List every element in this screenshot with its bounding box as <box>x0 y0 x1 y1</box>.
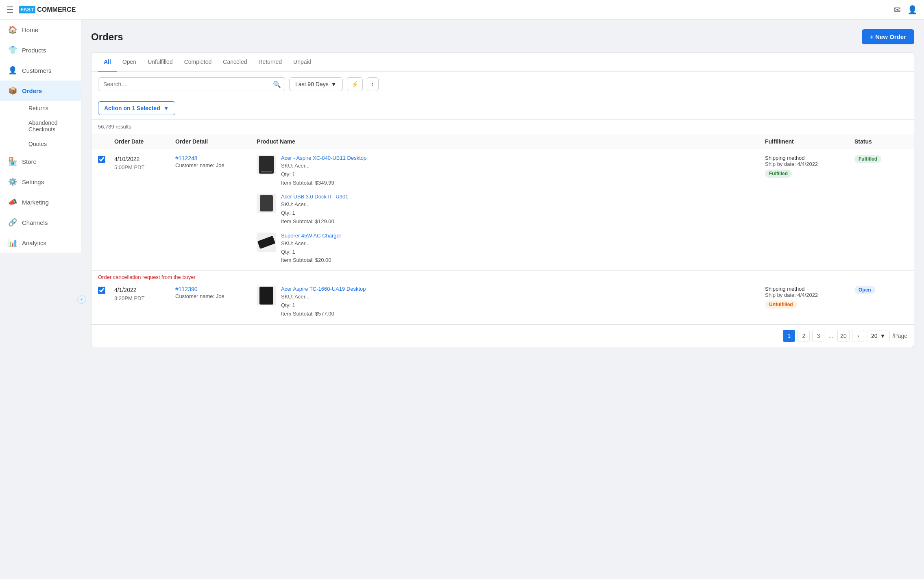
sidebar-item-customers[interactable]: 👤 Customers <box>0 60 81 81</box>
order2-customer: Customer name: Joe <box>175 293 257 299</box>
logo: FAST COMMERCE <box>19 6 76 13</box>
order-row-main-1: 4/10/2022 5:00PM PDT #112248 Customer na… <box>92 149 914 270</box>
user-icon[interactable]: 👤 <box>907 5 917 15</box>
sidebar-item-settings[interactable]: ⚙️ Settings <box>0 172 81 192</box>
order1-product1-meta: SKU: Acer...Qty: 1Item Subtotal: $349.99 <box>281 162 366 187</box>
layout: 🏠 Home 👕 Products 👤 Customers 📦 Orders R… <box>0 20 924 579</box>
tab-all[interactable]: All <box>98 53 117 72</box>
channels-icon: 🔗 <box>8 218 17 227</box>
order1-product2-details: Acer USB 3.0 Dock II - U301 SKU: Acer...… <box>281 194 348 226</box>
sidebar-sub-item-abandoned-checkouts[interactable]: Abandoned Checkouts <box>22 115 81 137</box>
next-page-button[interactable]: › <box>852 330 864 342</box>
order1-product3-meta: SKU: Acer...Qty: 1Item Subtotal: $20.00 <box>281 239 341 265</box>
per-page-selector[interactable]: 20 ▼ <box>867 331 890 341</box>
orders-tabs: All Open Unfulfilled Completed Canceled … <box>92 53 914 72</box>
order2-product1-img <box>257 286 276 305</box>
order1-date-value: 4/10/2022 <box>114 155 175 163</box>
order1-product2-img <box>257 194 276 213</box>
col-checkbox <box>98 138 114 145</box>
sidebar-item-channels[interactable]: 🔗 Channels <box>0 212 81 233</box>
sidebar-item-label-marketing: Marketing <box>22 199 49 206</box>
sidebar-item-label-store: Store <box>22 158 37 165</box>
sort-button[interactable]: ↕ <box>367 77 379 91</box>
tab-canceled[interactable]: Canceled <box>217 53 253 72</box>
hamburger-icon[interactable]: ☰ <box>7 5 14 15</box>
per-page-label: /Page <box>892 333 907 339</box>
logo-fast: FAST <box>19 6 35 13</box>
sidebar-item-home[interactable]: 🏠 Home <box>0 20 81 40</box>
sidebar-item-label-orders: Orders <box>22 87 42 94</box>
action-bar: Action on 1 Selected ▼ <box>92 97 914 120</box>
new-order-button[interactable]: + New Order <box>862 29 914 44</box>
col-order-detail: Order Detail <box>175 138 257 145</box>
order2-link[interactable]: #112390 <box>175 286 198 292</box>
order1-product3-name[interactable]: Superer 45W AC Charger <box>281 233 341 239</box>
order1-shipping-method: Shipping method <box>765 155 854 161</box>
filter-bar: 🔍 Last 90 Days ▼ ⚡ ↕ <box>92 72 914 97</box>
date-range-label: Last 90 Days <box>295 81 329 87</box>
order2-checkbox-cell <box>98 286 114 294</box>
order-row-1: 4/10/2022 5:00PM PDT #112248 Customer na… <box>92 149 914 271</box>
pagination: 1 2 3 ... 20 › 20 ▼ /Page <box>92 324 914 347</box>
search-input[interactable] <box>98 77 285 91</box>
sidebar-item-products[interactable]: 👕 Products <box>0 40 81 60</box>
search-wrapper: 🔍 <box>98 77 285 91</box>
order2-checkbox[interactable] <box>98 287 105 294</box>
order2-product1-details: Acer Aspire TC-1660-UA19 Desktop SKU: Ac… <box>281 286 366 318</box>
action-selected-button[interactable]: Action on 1 Selected ▼ <box>98 101 175 115</box>
home-icon: 🏠 <box>8 25 17 34</box>
sidebar-item-analytics[interactable]: 📊 Analytics <box>0 233 81 253</box>
dock-icon <box>260 195 273 211</box>
order2-notice: Order cancellation request from the buye… <box>92 271 914 280</box>
order1-link[interactable]: #112248 <box>175 155 198 161</box>
sidebar-sub-item-returns[interactable]: Returns <box>22 101 81 115</box>
sidebar-item-label-home: Home <box>22 26 38 33</box>
topbar-left: ☰ FAST COMMERCE <box>7 5 76 15</box>
date-filter-button[interactable]: Last 90 Days ▼ <box>289 77 343 91</box>
order1-detail: #112248 Customer name: Joe <box>175 155 257 168</box>
date-range-chevron-icon: ▼ <box>331 81 337 87</box>
order1-product1-name[interactable]: Acer - Aspire XC-840-UB11 Desktop <box>281 155 366 161</box>
order1-checkbox-cell <box>98 155 114 163</box>
main-content: Orders + New Order All Open Unfulfilled … <box>81 20 924 579</box>
analytics-icon: 📊 <box>8 238 17 247</box>
page-btn-3[interactable]: 3 <box>812 330 824 342</box>
marketing-icon: 📣 <box>8 198 17 207</box>
orders-icon: 📦 <box>8 86 17 95</box>
per-page-chevron-icon: ▼ <box>880 333 886 339</box>
tab-completed[interactable]: Completed <box>179 53 218 72</box>
page-btn-20[interactable]: 20 <box>837 330 850 342</box>
sidebar-collapse-button[interactable]: ‹ <box>77 295 86 304</box>
tab-unfulfilled[interactable]: Unfulfilled <box>142 53 178 72</box>
products-icon: 👕 <box>8 46 17 54</box>
mail-icon[interactable]: ✉ <box>894 5 901 15</box>
page-btn-2[interactable]: 2 <box>798 330 810 342</box>
tab-open[interactable]: Open <box>117 53 142 72</box>
order1-checkbox[interactable] <box>98 156 105 163</box>
desktop2-icon <box>259 287 273 305</box>
order2-date: 4/1/2022 3:20PM PDT <box>114 286 175 303</box>
order2-product1-name[interactable]: Acer Aspire TC-1660-UA19 Desktop <box>281 286 366 292</box>
order1-product1-img <box>257 155 276 174</box>
order1-product-3: Superer 45W AC Charger SKU: Acer...Qty: … <box>257 233 765 265</box>
order1-product2-name[interactable]: Acer USB 3.0 Dock II - U301 <box>281 194 348 200</box>
sidebar-item-store[interactable]: 🏪 Store <box>0 151 81 172</box>
order2-fulfillment: Shipping method Ship by date: 4/4/2022 U… <box>765 286 854 309</box>
order1-status: Fulfilled <box>854 155 907 163</box>
sidebar-sub-orders: Returns Abandoned Checkouts Quotes <box>0 101 81 151</box>
search-icon[interactable]: 🔍 <box>273 81 281 88</box>
order1-time: 5:00PM PDT <box>114 163 175 172</box>
sidebar-item-marketing[interactable]: 📣 Marketing <box>0 192 81 212</box>
filter-settings-button[interactable]: ⚡ <box>347 77 363 91</box>
tab-returned[interactable]: Returned <box>253 53 288 72</box>
order-row-main-2: 4/1/2022 3:20PM PDT #112390 Customer nam… <box>92 280 914 324</box>
sidebar-item-label-channels: Channels <box>22 219 48 226</box>
sidebar-item-label-customers: Customers <box>22 67 52 74</box>
topbar: ☰ FAST COMMERCE ✉ 👤 <box>0 0 924 20</box>
order2-status: Open <box>854 286 907 294</box>
sidebar-item-orders[interactable]: 📦 Orders <box>0 81 81 101</box>
page-btn-1[interactable]: 1 <box>783 330 795 342</box>
sidebar-sub-item-quotes[interactable]: Quotes <box>22 137 81 151</box>
action-dropdown-icon: ▼ <box>163 105 169 111</box>
tab-unpaid[interactable]: Unpaid <box>288 53 317 72</box>
